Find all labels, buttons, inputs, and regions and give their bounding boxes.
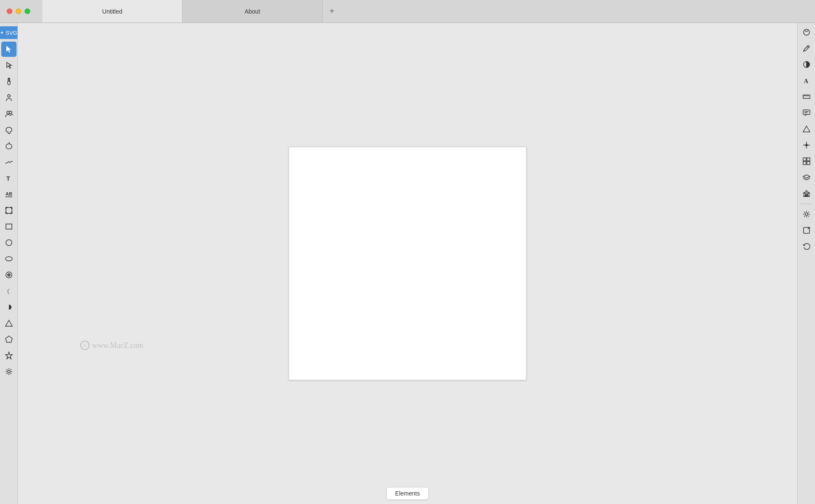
tab-untitled[interactable]: Untitled [42,0,183,22]
close-button[interactable] [7,8,12,14]
select-tool[interactable] [1,42,17,57]
star-icon [5,351,13,360]
pen-edit-tool[interactable] [799,41,814,56]
pen-tool[interactable] [1,154,17,170]
star-tool[interactable] [1,348,17,363]
rectangle-tool[interactable] [1,219,17,234]
left-toolbar: ✦ SVG [0,23,18,504]
history-tool[interactable] [799,239,814,254]
right-divider [801,204,812,204]
target-tool[interactable] [1,267,17,283]
settings-tool[interactable] [799,207,814,222]
paint-icon [5,142,13,150]
type-style-tool[interactable]: AB [1,187,17,202]
svg-badge-button[interactable]: ✦ SVG [0,26,18,39]
grid-layout-tool[interactable] [799,154,814,169]
appearance-tool[interactable] [799,25,814,40]
type-style-icon: AB [5,190,13,199]
frame-icon [5,206,13,215]
arrow-icon [5,61,13,70]
half-circle-tool[interactable] [1,300,17,315]
comment-tool[interactable] [799,105,814,120]
svg-point-17 [6,240,12,246]
ellipse-icon [5,238,13,247]
text-icon: T [5,174,13,182]
layers-icon [802,173,811,182]
rectangle-icon [5,222,13,231]
person-tool[interactable] [1,90,17,105]
svg-point-26 [804,29,809,35]
oval-icon [5,255,13,263]
gear-tool[interactable] [1,364,17,379]
frame-tool[interactable] [1,203,17,218]
direct-select-tool[interactable] [1,58,17,73]
svg-marker-23 [6,336,12,342]
crescent-tool[interactable] [1,283,17,299]
elements-panel: Elements [386,487,429,500]
layers-tool[interactable] [799,170,814,185]
typography-tool[interactable]: A [799,73,814,88]
maximize-button[interactable] [25,8,30,14]
svg-rect-50 [807,194,808,196]
right-toolbar: A [797,23,815,504]
history-icon [802,242,811,251]
text-tool[interactable]: T [1,171,17,186]
svg-point-25 [8,370,10,373]
cursor-icon [5,45,13,53]
library-tool[interactable] [799,186,814,201]
target-icon [5,271,13,279]
crescent-icon [5,287,13,295]
svg-marker-38 [803,126,810,132]
svg-label: SVG [6,30,17,36]
ruler-tool[interactable] [799,89,814,104]
contrast-icon [802,60,811,69]
elements-button[interactable]: Elements [386,487,429,500]
title-bar: Untitled About + [0,0,815,23]
tab-about[interactable]: About [183,0,323,22]
svg-rect-46 [804,193,809,196]
svg-rect-42 [803,158,806,161]
svg-line-27 [807,46,809,48]
triangle-tool[interactable] [1,316,17,331]
paint-tool[interactable] [1,138,17,154]
svg-text:T: T [6,175,10,182]
svg-point-21 [8,274,9,275]
add-tab-button[interactable]: + [323,0,341,22]
svg-text:AB: AB [6,191,12,196]
hand-icon [5,77,13,86]
svg-rect-16 [6,224,12,229]
group-tool[interactable] [1,106,17,121]
triangle-icon [5,319,13,328]
svg-point-41 [806,144,807,146]
person-icon [5,93,13,102]
svg-rect-35 [803,110,810,115]
canvas-page[interactable] [289,147,526,380]
delta-tool[interactable] [799,121,814,137]
grid-layout-icon [802,157,811,165]
pentagon-tool[interactable] [1,332,17,347]
svg-rect-43 [807,158,810,161]
pentagon-icon [5,335,13,344]
pen-edit-icon [802,44,811,53]
svg-marker-24 [6,352,12,359]
appearance-icon [802,28,811,36]
typography-icon: A [802,76,811,85]
export-icon [802,226,811,235]
minimize-button[interactable] [16,8,21,14]
contrast-tool[interactable] [799,57,814,72]
oval-tool[interactable] [1,251,17,266]
traffic-lights [0,0,42,22]
comment-icon [802,109,811,117]
star-icon: ✦ [0,30,4,36]
lasso-tool[interactable] [1,122,17,137]
svg-rect-49 [805,194,806,196]
svg-rect-45 [807,162,810,165]
svg-marker-22 [6,320,12,326]
canvas-area[interactable]: © www.MacZ.com Elements [18,23,797,504]
svg-rect-44 [803,162,806,165]
export-tool[interactable] [799,223,814,238]
group-icon [5,109,13,118]
ellipse-tool[interactable] [1,235,17,250]
hand-tool[interactable] [1,74,17,89]
align-tool[interactable] [799,137,814,153]
